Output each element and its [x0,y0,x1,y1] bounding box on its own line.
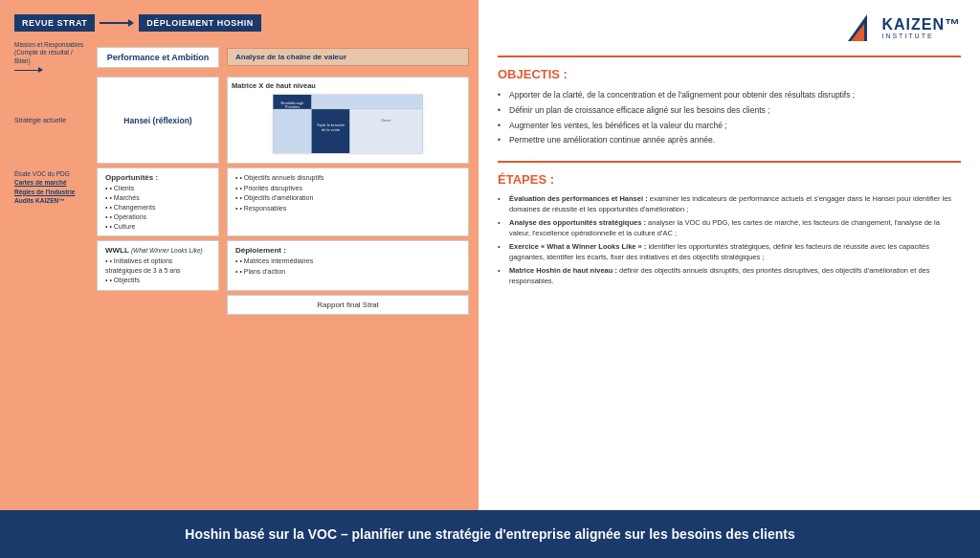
objectifs-list: Apporter de la clarté, de la concentrati… [498,89,961,149]
analyse-box: Analyse de la chaîne de valeur [227,48,469,66]
etapes-list: Évaluation des performances et Hansei : … [498,194,961,290]
rapport-box: Rapport final Strat [227,295,469,315]
label-mission: Mission et Responsables (Compte de résul… [14,41,89,73]
svg-rect-4 [312,95,423,109]
objectif-2: Définir un plan de croissance efficace a… [498,104,961,117]
row-wwll: WWLL (What Winner Looks Like) • Initiati… [14,240,469,290]
label-etude: Étude VOC du PDG Cartes de marché Règles… [14,167,89,236]
kaizen-institute: INSTITUTE [881,33,961,39]
svg-rect-3 [274,109,312,153]
etape-1: Évaluation des performances et Hansei : … [498,194,961,214]
kaizen-triangles [848,14,877,41]
bottom-banner: Hoshin basé sur la VOC – planifier une s… [0,510,980,558]
kaizen-logo-box: KAIZEN™ INSTITUTE [848,14,961,41]
deploiement-detail-box: Déploiement : • Matrices intermédiaires … [227,240,469,290]
bottom-text: Hoshin basé sur la VOC – planifier une s… [185,526,794,542]
label-strategie: Stratégie actuelle [14,77,89,164]
objectifs-title: OBJECTIS : [498,67,961,81]
deploy-bullets-box: • Objectifs annuels disruptifs • Priorit… [227,167,469,236]
svg-text:Owner: Owner [381,119,391,123]
divider-line [498,56,961,57]
kaizen-logo: KAIZEN™ INSTITUTE [498,14,961,41]
objectif-4: Permettre une amélioration continue anné… [498,134,961,146]
matrix-diagram: Matrice X de haut niveau [227,77,469,164]
objectif-1: Apporter de la clarté, de la concentrati… [498,89,961,101]
svg-rect-6 [350,109,423,153]
opportunites-box: Opportunités : • Clients • Marchés • Cha… [97,167,219,236]
matrix-svg: Breakthrough Priorities Triple la branch… [232,93,464,155]
top-section: REVUE STRAT DÉPLOIEMENT HOSHIN Mission e… [0,0,980,510]
rapport-row: Rapport final Strat [14,295,469,315]
right-panel: KAIZEN™ INSTITUTE OBJECTIS : Apporter de… [479,0,980,510]
label-empty [14,240,89,290]
performance-box: Performance et Ambition [97,47,219,68]
etapes-title: ÉTAPES : [498,172,961,187]
kaizen-text: KAIZEN™ INSTITUTE [881,17,961,39]
left-panel: REVUE STRAT DÉPLOIEMENT HOSHIN Mission e… [0,0,479,510]
etape-4: Matrice Hoshin de haut niveau : définir … [498,266,961,286]
header-row: REVUE STRAT DÉPLOIEMENT HOSHIN [14,14,469,32]
objectif-3: Augmenter les ventes, les bénéfices et l… [498,120,961,132]
row-performance: Mission et Responsables (Compte de résul… [14,41,469,73]
wwll-box: WWLL (What Winner Looks Like) • Initiati… [97,240,219,290]
svg-text:Priorities: Priorities [285,104,301,109]
row-hansei: Stratégie actuelle Hansei (réflexion) Ma… [14,77,469,164]
divider-line-2 [498,161,961,163]
matrix-title: Matrice X de haut niveau [232,81,464,90]
kaizen-name: KAIZEN™ [881,17,961,33]
svg-text:de la vente: de la vente [322,127,341,132]
main-container: REVUE STRAT DÉPLOIEMENT HOSHIN Mission e… [0,0,980,558]
revue-strat-box: REVUE STRAT [14,14,95,32]
hansei-box: Hansei (réflexion) [97,77,219,164]
etape-3: Exercice « What a Winner Looks Like » : … [498,242,961,262]
row-opportunites: Étude VOC du PDG Cartes de marché Règles… [14,167,469,236]
deploiement-hoshin-box: DÉPLOIEMENT HOSHIN [139,14,261,32]
etape-2: Analyse des opportunités stratégiques : … [498,218,961,238]
